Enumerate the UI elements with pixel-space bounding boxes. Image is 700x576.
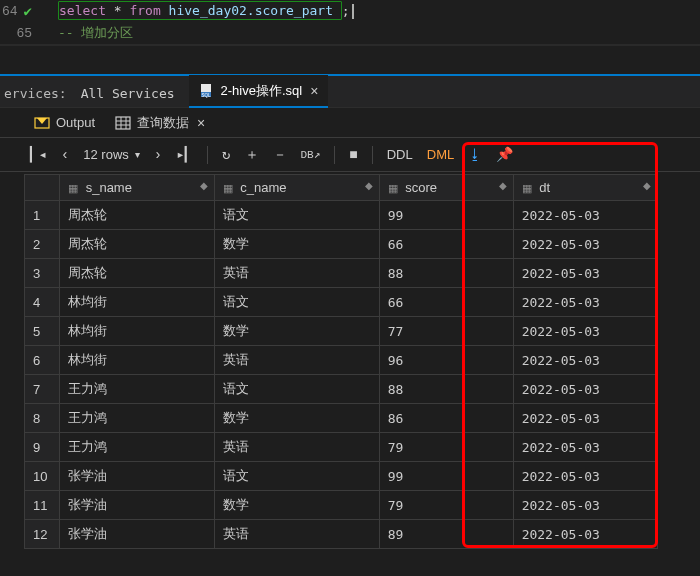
cell-score[interactable]: 99 [379, 462, 513, 491]
cell-c_name[interactable]: 英语 [214, 259, 379, 288]
table-row[interactable]: 8王力鸿数学862022-05-03 [25, 404, 658, 433]
refresh-icon[interactable]: ↻ [222, 146, 230, 163]
row-number[interactable]: 3 [25, 259, 60, 288]
col-s_name[interactable]: ▦ s_name ◆ [60, 175, 215, 201]
stop-icon[interactable]: ■ [349, 147, 357, 163]
dml-button[interactable]: DML [427, 147, 454, 162]
cell-s_name[interactable]: 张学油 [60, 520, 215, 549]
cell-dt[interactable]: 2022-05-03 [513, 201, 657, 230]
cell-dt[interactable]: 2022-05-03 [513, 520, 657, 549]
cell-c_name[interactable]: 语文 [214, 201, 379, 230]
code-line-64[interactable]: 64 ✔ select * from hive_day02.score_part… [0, 0, 700, 22]
table-row[interactable]: 12张学油英语892022-05-03 [25, 520, 658, 549]
cell-dt[interactable]: 2022-05-03 [513, 288, 657, 317]
prev-page-icon[interactable]: ‹ [61, 147, 69, 163]
all-services-link[interactable]: All Services [81, 86, 189, 107]
cell-score[interactable]: 88 [379, 375, 513, 404]
row-number[interactable]: 5 [25, 317, 60, 346]
cell-c_name[interactable]: 数学 [214, 491, 379, 520]
cell-s_name[interactable]: 林均街 [60, 317, 215, 346]
cell-score[interactable]: 66 [379, 288, 513, 317]
row-number[interactable]: 2 [25, 230, 60, 259]
table-row[interactable]: 11张学油数学792022-05-03 [25, 491, 658, 520]
file-tab-sql[interactable]: SQL 2-hive操作.sql × [189, 75, 329, 108]
cell-c_name[interactable]: 英语 [214, 520, 379, 549]
close-icon[interactable]: × [197, 115, 205, 131]
code-line-65[interactable]: 65 -- 增加分区 [0, 22, 700, 44]
table-row[interactable]: 9王力鸿英语792022-05-03 [25, 433, 658, 462]
row-number[interactable]: 1 [25, 201, 60, 230]
cell-dt[interactable]: 2022-05-03 [513, 491, 657, 520]
table-row[interactable]: 1周杰轮语文992022-05-03 [25, 201, 658, 230]
cell-c_name[interactable]: 数学 [214, 230, 379, 259]
cell-dt[interactable]: 2022-05-03 [513, 317, 657, 346]
cell-dt[interactable]: 2022-05-03 [513, 375, 657, 404]
cell-s_name[interactable]: 王力鸿 [60, 375, 215, 404]
cell-dt[interactable]: 2022-05-03 [513, 433, 657, 462]
sort-icon[interactable]: ◆ [499, 180, 507, 191]
cell-c_name[interactable]: 语文 [214, 375, 379, 404]
cell-s_name[interactable]: 林均街 [60, 288, 215, 317]
cell-s_name[interactable]: 张学油 [60, 491, 215, 520]
row-number[interactable]: 6 [25, 346, 60, 375]
sort-icon[interactable]: ◆ [643, 180, 651, 191]
cell-s_name[interactable]: 周杰轮 [60, 230, 215, 259]
cell-dt[interactable]: 2022-05-03 [513, 462, 657, 491]
cell-score[interactable]: 99 [379, 201, 513, 230]
db-icon[interactable]: DB↗ [301, 148, 321, 161]
first-page-icon[interactable]: ▎◂ [30, 146, 47, 163]
cell-s_name[interactable]: 张学油 [60, 462, 215, 491]
cell-dt[interactable]: 2022-05-03 [513, 259, 657, 288]
cell-s_name[interactable]: 周杰轮 [60, 201, 215, 230]
sort-icon[interactable]: ◆ [365, 180, 373, 191]
panel-divider[interactable] [0, 44, 700, 76]
results-table[interactable]: ▦ s_name ◆ ▦ c_name ◆ ▦ score ◆ ▦ dt [24, 174, 658, 549]
sort-icon[interactable]: ◆ [200, 180, 208, 191]
cell-score[interactable]: 66 [379, 230, 513, 259]
tab-query-data[interactable]: 查询数据 × [105, 110, 215, 136]
cell-score[interactable]: 79 [379, 433, 513, 462]
row-number[interactable]: 8 [25, 404, 60, 433]
table-row[interactable]: 10张学油语文992022-05-03 [25, 462, 658, 491]
cell-c_name[interactable]: 数学 [214, 317, 379, 346]
row-number[interactable]: 4 [25, 288, 60, 317]
row-number[interactable]: 10 [25, 462, 60, 491]
ddl-button[interactable]: DDL [387, 147, 413, 162]
table-row[interactable]: 4林均街语文662022-05-03 [25, 288, 658, 317]
cell-score[interactable]: 79 [379, 491, 513, 520]
cell-dt[interactable]: 2022-05-03 [513, 230, 657, 259]
next-page-icon[interactable]: › [154, 147, 162, 163]
cell-score[interactable]: 88 [379, 259, 513, 288]
cell-score[interactable]: 89 [379, 520, 513, 549]
col-dt[interactable]: ▦ dt ◆ [513, 175, 657, 201]
cell-score[interactable]: 77 [379, 317, 513, 346]
col-c_name[interactable]: ▦ c_name ◆ [214, 175, 379, 201]
cell-score[interactable]: 96 [379, 346, 513, 375]
row-number[interactable]: 9 [25, 433, 60, 462]
table-row[interactable]: 6林均街英语962022-05-03 [25, 346, 658, 375]
last-page-icon[interactable]: ▸▎ [176, 146, 193, 163]
rows-dropdown[interactable]: 12 rows ▾ [83, 147, 140, 162]
rownum-header[interactable] [25, 175, 60, 201]
tab-output[interactable]: Output [24, 111, 105, 135]
row-number[interactable]: 11 [25, 491, 60, 520]
cell-dt[interactable]: 2022-05-03 [513, 346, 657, 375]
table-row[interactable]: 5林均街数学772022-05-03 [25, 317, 658, 346]
cell-c_name[interactable]: 语文 [214, 288, 379, 317]
row-number[interactable]: 7 [25, 375, 60, 404]
col-score[interactable]: ▦ score ◆ [379, 175, 513, 201]
cell-s_name[interactable]: 王力鸿 [60, 433, 215, 462]
remove-row-icon[interactable]: － [273, 146, 287, 164]
cell-s_name[interactable]: 林均街 [60, 346, 215, 375]
cell-score[interactable]: 86 [379, 404, 513, 433]
close-icon[interactable]: × [310, 83, 318, 99]
table-row[interactable]: 7王力鸿语文882022-05-03 [25, 375, 658, 404]
import-icon[interactable]: ⭳ [468, 147, 482, 163]
pin-icon[interactable]: 📌 [496, 146, 513, 163]
cell-c_name[interactable]: 英语 [214, 433, 379, 462]
table-row[interactable]: 2周杰轮数学662022-05-03 [25, 230, 658, 259]
code-editor[interactable]: 64 ✔ select * from hive_day02.score_part… [0, 0, 700, 44]
cell-dt[interactable]: 2022-05-03 [513, 404, 657, 433]
cell-s_name[interactable]: 王力鸿 [60, 404, 215, 433]
table-row[interactable]: 3周杰轮英语882022-05-03 [25, 259, 658, 288]
